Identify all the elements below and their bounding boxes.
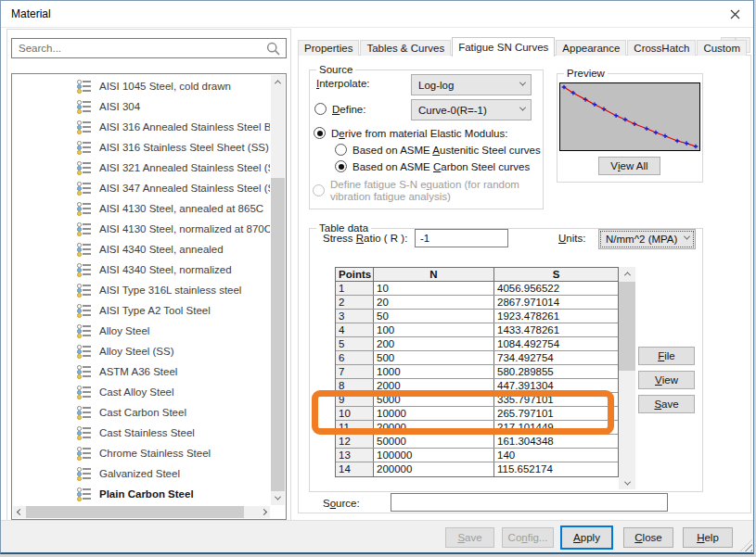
- apply-button[interactable]: Apply: [560, 525, 613, 550]
- tab[interactable]: CrossHatch: [627, 40, 696, 56]
- cell-point[interactable]: 5: [336, 337, 374, 350]
- stress-ratio-input[interactable]: -1: [415, 229, 508, 247]
- cell-point[interactable]: 10: [336, 407, 374, 420]
- cell-n[interactable]: 200: [374, 337, 494, 350]
- tab[interactable]: Appearance: [556, 40, 626, 56]
- austenitic-radio[interactable]: [335, 144, 347, 156]
- cell-s[interactable]: 161.304348: [494, 435, 618, 448]
- material-tree-item[interactable]: AISI 347 Annealed Stainless Steel (SS): [13, 178, 270, 198]
- material-tree-item[interactable]: ASTM A36 Steel: [13, 361, 270, 382]
- cell-n[interactable]: 1000: [374, 365, 494, 378]
- scroll-left-icon[interactable]: [13, 506, 26, 518]
- cell-point[interactable]: 3: [336, 310, 374, 323]
- view-button[interactable]: View: [638, 371, 695, 389]
- close-icon[interactable]: [722, 4, 748, 25]
- cell-s[interactable]: 1084.492754: [494, 337, 618, 350]
- cell-s[interactable]: 4056.956522: [494, 282, 618, 295]
- tab[interactable]: Custom: [697, 40, 747, 56]
- cell-s[interactable]: 335.797101: [494, 393, 618, 406]
- tab[interactable]: Properties: [298, 40, 359, 56]
- material-tree-item[interactable]: AISI 321 Annealed Stainless Steel (SS): [13, 158, 270, 178]
- cell-point[interactable]: 11: [336, 421, 374, 434]
- cell-n[interactable]: 10: [374, 282, 494, 295]
- cell-s[interactable]: 1433.478261: [494, 323, 618, 336]
- cell-n[interactable]: 50: [374, 310, 494, 323]
- cell-point[interactable]: 14: [336, 462, 374, 476]
- material-tree-item[interactable]: Alloy Steel (SS): [13, 341, 270, 361]
- carbon-radio[interactable]: [335, 160, 347, 172]
- material-tree-item[interactable]: Alloy Steel: [13, 321, 270, 341]
- tab[interactable]: Fatigue SN Curves: [452, 37, 555, 57]
- material-tree-item[interactable]: AISI 4130 Steel, annealed at 865C: [13, 198, 270, 219]
- cell-s[interactable]: 140: [494, 449, 618, 462]
- scroll-up-icon[interactable]: [271, 75, 285, 89]
- cell-n[interactable]: 50000: [374, 435, 494, 448]
- cell-point[interactable]: 6: [336, 351, 374, 364]
- titlebar[interactable]: Material: [1, 1, 753, 28]
- material-tree-item[interactable]: Chrome Stainless Steel: [13, 443, 270, 463]
- cell-point[interactable]: 9: [336, 393, 374, 406]
- cell-s[interactable]: 115.652174: [494, 462, 618, 476]
- cell-point[interactable]: 13: [336, 449, 374, 462]
- units-dropdown[interactable]: N/mm^2 (MPA): [598, 229, 696, 249]
- cell-s[interactable]: 580.289855: [494, 365, 618, 378]
- cell-s[interactable]: 217.101449: [494, 421, 618, 434]
- table-vertical-scrollbar[interactable]: [619, 267, 635, 489]
- material-tree-item[interactable]: AISI 304: [13, 96, 270, 117]
- material-tree-item[interactable]: Cast Carbon Steel: [13, 402, 270, 423]
- cell-n[interactable]: 5000: [374, 393, 494, 406]
- tree-vertical-scrollbar[interactable]: [271, 75, 285, 505]
- cell-point[interactable]: 2: [336, 296, 374, 309]
- tab[interactable]: Tables & Curves: [360, 40, 451, 56]
- search-input[interactable]: Search...: [11, 38, 287, 58]
- material-tree-item[interactable]: AISI 316 Stainless Steel Sheet (SS): [13, 137, 270, 158]
- material-tree-item[interactable]: AISI 316 Annealed Stainless Steel Bar: [13, 117, 270, 137]
- cell-n[interactable]: 20: [374, 296, 494, 309]
- cell-s[interactable]: 1923.478261: [494, 310, 618, 323]
- material-tree-item[interactable]: AISI 4340 Steel, normalized: [13, 260, 270, 280]
- cell-point[interactable]: 12: [336, 435, 374, 448]
- cell-s[interactable]: 265.797101: [494, 407, 618, 420]
- help-button[interactable]: Help: [683, 527, 733, 548]
- view-all-button[interactable]: View All: [598, 157, 660, 175]
- material-tree-item[interactable]: AISI Type 316L stainless steel: [13, 280, 270, 300]
- cell-n[interactable]: 100: [374, 323, 494, 336]
- material-tree-item[interactable]: Cast Stainless Steel: [13, 423, 270, 443]
- source-field-input[interactable]: [391, 493, 668, 512]
- tree-hscroll-thumb[interactable]: [26, 506, 244, 518]
- cell-s[interactable]: 734.492754: [494, 351, 618, 364]
- save-curve-button[interactable]: Save: [638, 395, 695, 413]
- scroll-up-icon[interactable]: [619, 267, 635, 280]
- cell-s[interactable]: 447.391304: [494, 379, 618, 392]
- cell-point[interactable]: 7: [336, 365, 374, 378]
- cell-point[interactable]: 1: [336, 282, 374, 295]
- scroll-down-icon[interactable]: [271, 491, 285, 505]
- cell-n[interactable]: 2000: [374, 379, 494, 392]
- tree-vscroll-thumb[interactable]: [271, 178, 285, 495]
- scroll-down-icon[interactable]: [619, 476, 635, 489]
- derive-radio[interactable]: [314, 127, 326, 139]
- material-tree-item[interactable]: Cast Alloy Steel: [13, 382, 270, 402]
- file-button[interactable]: File: [638, 347, 695, 365]
- cell-s[interactable]: 2867.971014: [494, 296, 618, 309]
- close-button[interactable]: Close: [623, 527, 673, 548]
- material-tree-item[interactable]: AISI 4340 Steel, annealed: [13, 239, 270, 260]
- cell-point[interactable]: 8: [336, 379, 374, 392]
- material-tree-item[interactable]: AISI 4130 Steel, normalized at 870C: [13, 219, 270, 239]
- cell-n[interactable]: 100000: [374, 449, 494, 462]
- material-tree-item[interactable]: AISI Type A2 Tool Steel: [13, 300, 270, 321]
- cell-n[interactable]: 20000: [374, 421, 494, 434]
- material-tree-item[interactable]: Galvanized Steel: [13, 463, 270, 484]
- table-vscroll-thumb[interactable]: [619, 282, 635, 371]
- cell-n[interactable]: 200000: [374, 462, 494, 476]
- material-tree-item[interactable]: AISI 1045 Steel, cold drawn: [13, 76, 270, 96]
- define-curve-dropdown[interactable]: Curve-0(R=-1): [411, 99, 532, 120]
- cell-n[interactable]: 500: [374, 351, 494, 364]
- material-tree-item[interactable]: Plain Carbon Steel: [13, 484, 270, 504]
- cell-n[interactable]: 10000: [374, 407, 494, 420]
- define-radio[interactable]: [314, 103, 327, 115]
- cell-point[interactable]: 4: [336, 323, 374, 336]
- scroll-right-icon[interactable]: [257, 506, 270, 518]
- tree-horizontal-scrollbar[interactable]: [13, 506, 270, 518]
- interpolate-dropdown[interactable]: Log-log: [411, 74, 532, 95]
